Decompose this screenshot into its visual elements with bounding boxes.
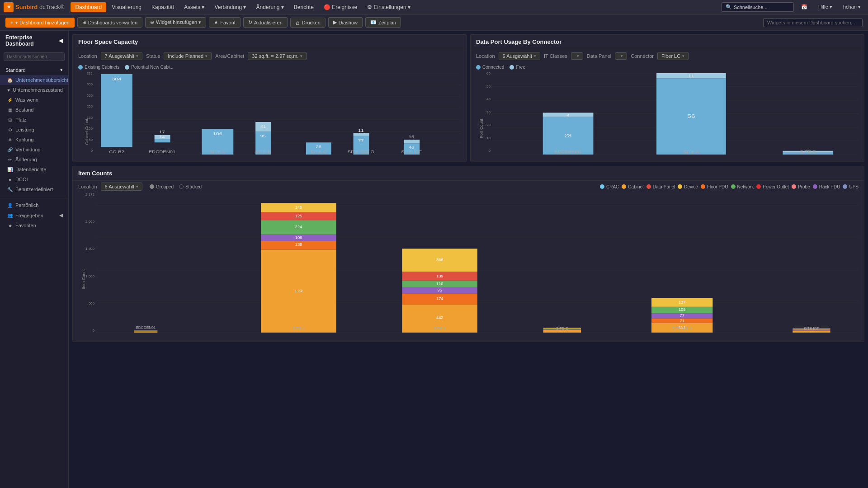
sidebar: Enterprise Dashboard ◀ Standard ▾ 🏠 Unte…: [0, 31, 69, 488]
svg-text:SITE C: SITE C: [556, 327, 568, 331]
dcoi-icon: ●: [7, 177, 13, 182]
sidebar-item-datenberichte[interactable]: 📊 Datenberichte: [0, 164, 68, 174]
nav-visualierung[interactable]: Visualierung: [107, 2, 146, 12]
sidebar-item-favoriten[interactable]: ★ Favoriten: [0, 221, 68, 230]
sidebar-item-unternehmensübersicht[interactable]: 🏠 Unternehmensübersicht: [0, 75, 68, 85]
nav-anderung[interactable]: Änderung ▾: [251, 2, 288, 12]
user-btn[interactable]: hchan ▾: [840, 3, 864, 11]
floor-chart-svg: 304 CC-B2 14 17 EDCDEN01 106 SITE A 95: [94, 73, 461, 155]
svg-text:4: 4: [566, 113, 570, 117]
dp-itclasses-select[interactable]: ▾: [571, 52, 583, 60]
report-icon: 📊: [7, 167, 13, 172]
logo-brand: Sunbird: [15, 4, 38, 10]
legend-device: Device: [678, 184, 698, 189]
grouped-radio[interactable]: Grouped: [150, 184, 174, 189]
svg-text:366: 366: [436, 258, 443, 262]
legend-existing: Existing Cabinets: [78, 65, 119, 70]
nav-dashboard[interactable]: Dashboard: [71, 2, 106, 12]
connected-dot: [476, 65, 481, 70]
dp-connector-select[interactable]: Fiber LC ▾: [657, 52, 689, 60]
item-counts-legend: CRAC Cabinet Data Panel Device Floor PDU…: [600, 184, 859, 189]
svg-text:95: 95: [260, 134, 266, 138]
favorite-btn[interactable]: ★ Favorit: [209, 17, 241, 28]
dp-location-select[interactable]: 6 Ausgewählt ▾: [499, 52, 540, 60]
sidebar-item-platz[interactable]: ⊞ Platz: [0, 115, 68, 125]
slideshow-btn[interactable]: ▶ Diashow: [328, 17, 363, 28]
change-icon: ✏: [7, 157, 13, 162]
svg-text:174: 174: [436, 296, 443, 301]
sidebar-item-dcoi[interactable]: ● DCOI: [0, 174, 68, 184]
nav-ereignisse[interactable]: 🔴 Ereignisse: [319, 2, 362, 12]
sidebar-item-anderung[interactable]: ✏ Änderung: [0, 155, 68, 164]
refresh-icon: ↻: [248, 19, 252, 25]
nav-einstellungen[interactable]: ⚙ Einstellungen ▾: [363, 2, 415, 12]
chevron-left-icon: ◀: [59, 212, 63, 218]
calendar-btn[interactable]: 📅: [797, 3, 811, 11]
svg-text:SITE A: SITE A: [210, 150, 226, 154]
svg-text:77: 77: [358, 139, 363, 143]
widget-icon: ⊕: [150, 19, 154, 25]
schedule-icon: 📧: [370, 19, 377, 25]
nav-assets[interactable]: Assets ▾: [179, 2, 209, 12]
svg-text:110: 110: [436, 282, 443, 286]
help-btn[interactable]: Hilfe ▾: [815, 3, 836, 11]
sidebar-item-verbindung[interactable]: 🔗 Verbindung: [0, 145, 68, 155]
widget-search-input[interactable]: [763, 18, 863, 27]
svg-text:SITE COLO: SITE COLO: [348, 150, 375, 154]
svg-text:77: 77: [680, 313, 684, 318]
add-dashboard-btn[interactable]: + + Dashboard hinzufügen: [5, 18, 75, 28]
dp-location-label: Location: [476, 53, 495, 59]
dp-datapanel-select[interactable]: ▾: [615, 52, 627, 60]
custom-icon: 🔧: [7, 187, 13, 192]
home-icon: 🏠: [7, 78, 13, 83]
sidebar-item-freigegeben[interactable]: 👥 Freigegeben ◀: [0, 210, 68, 221]
sidebar-item-personlich[interactable]: 👤 Persönlich: [0, 200, 68, 210]
sidebar-section-standard: Standard ▾ 🏠 Unternehmensübersicht ♥ Unt…: [0, 63, 68, 196]
svg-text:125: 125: [295, 214, 302, 218]
item-counts-widget: Item Counts Location 6 Ausgewählt ▾ Grou…: [72, 166, 864, 342]
space-icon: ⊞: [7, 117, 13, 122]
manage-dashboards-btn[interactable]: ⊞ Dashboards verwalten: [77, 17, 142, 28]
sidebar-section-standard-header[interactable]: Standard ▾: [0, 65, 68, 75]
status-select[interactable]: Include Planned ▾: [164, 52, 212, 60]
nav-verbindung[interactable]: Verbindung ▾: [210, 2, 250, 12]
svg-rect-11: [155, 139, 170, 142]
print-btn[interactable]: 🖨 Drucken: [290, 18, 326, 28]
logo-icon: ☀: [4, 2, 14, 12]
svg-text:26: 26: [316, 145, 322, 149]
sidebar-item-kühlung[interactable]: ❄ Kühlung: [0, 135, 68, 145]
slideshow-icon: ▶: [333, 19, 337, 25]
svg-text:71: 71: [680, 319, 684, 323]
svg-rect-113: [793, 331, 830, 333]
schedule-btn[interactable]: 📧 Zeitplan: [365, 17, 401, 28]
add-widget-btn[interactable]: ⊕ Widget hinzufügen ▾: [145, 17, 206, 28]
sidebar-item-benutzerdefiniert[interactable]: 🔧 Benutzerdefiniert: [0, 184, 68, 194]
ic-location-select[interactable]: 6 Ausgewählt ▾: [101, 183, 142, 191]
sidebar-item-unternehmenszustand[interactable]: ♥ Unternehmenszustand: [0, 85, 68, 95]
quick-search[interactable]: 🔍 Schnellsuche...: [722, 2, 794, 12]
floor-space-filters: Location 7 Ausgewählt ▾ Status Include P…: [73, 49, 466, 63]
svg-rect-8: [101, 74, 132, 147]
area-select[interactable]: 32 sq.ft. = 2.97 sq.m. ▾: [248, 52, 307, 60]
svg-text:304: 304: [112, 77, 121, 81]
stacked-radio[interactable]: Stacked: [179, 184, 202, 189]
manage-icon: ⊞: [82, 19, 86, 25]
nav-berichte[interactable]: Berichte: [289, 2, 318, 12]
location-select[interactable]: 7 Ausgewählt ▾: [101, 52, 142, 60]
collapse-icon[interactable]: ◀: [59, 38, 63, 44]
dp-connector-label: Connector: [631, 53, 654, 59]
refresh-btn[interactable]: ↻ Aktualisieren: [243, 17, 288, 28]
nav-kapazitat[interactable]: Kapazität: [147, 2, 179, 12]
legend-probe: Probe: [792, 184, 810, 189]
svg-text:SITE A: SITE A: [293, 327, 305, 331]
sidebar-item-leistung[interactable]: ⚙ Leistung: [0, 125, 68, 135]
sidebar-search-input[interactable]: [4, 52, 65, 61]
legend-datapanel: Data Panel: [646, 184, 675, 189]
sidebar-item-bestand[interactable]: ▦ Bestand: [0, 105, 68, 115]
share-icon: 👥: [7, 213, 13, 218]
floor-space-title: Floor Space Capacity: [73, 35, 466, 49]
data-port-chart-svg: 28 4 EDCDEN01 56 11 SITE A SITE B: [492, 73, 859, 155]
svg-text:CC-B2: CC-B2: [109, 150, 124, 154]
nav-right: 🔍 Schnellsuche... 📅 Hilfe ▾ hchan ▾: [722, 2, 864, 12]
sidebar-item-waswenn[interactable]: ⚡ Was wenn: [0, 95, 68, 105]
